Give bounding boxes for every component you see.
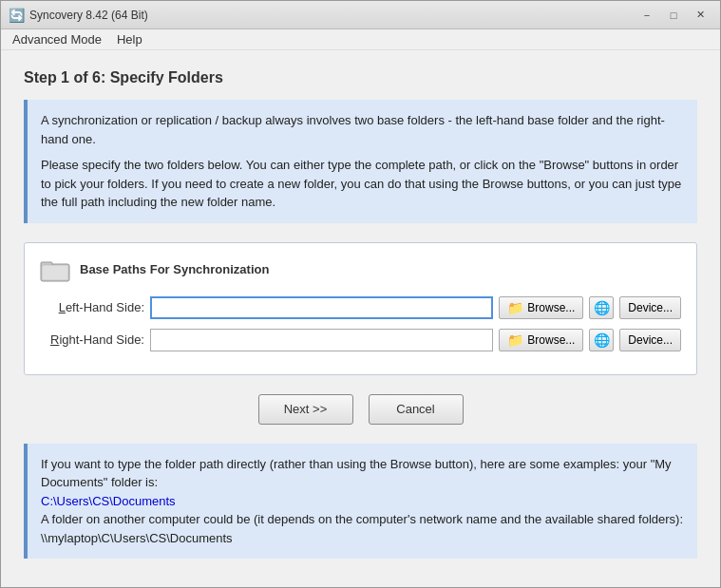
- svg-rect-2: [42, 265, 68, 280]
- right-hand-side-row: Right-Hand Side: 📁 Browse... 🌐 Device...: [40, 329, 681, 351]
- maximize-button[interactable]: □: [661, 6, 686, 25]
- right-browse-button[interactable]: 📁 Browse...: [499, 329, 583, 351]
- application-window: 🔄 Syncovery 8.42 (64 Bit) − □ ✕ Advanced…: [0, 0, 721, 588]
- left-label-underline: L: [59, 300, 66, 314]
- base-paths-title: Base Paths For Synchronization: [80, 262, 269, 276]
- info-text-line2: Please specify the two folders below. Yo…: [41, 156, 684, 212]
- menu-bar: Advanced Mode Help: [1, 29, 720, 50]
- close-button[interactable]: ✕: [688, 6, 712, 25]
- next-button[interactable]: Next >>: [258, 394, 353, 425]
- right-globe-button[interactable]: 🌐: [589, 329, 614, 351]
- window-controls: − □ ✕: [635, 6, 712, 25]
- right-hand-label: Right-Hand Side:: [40, 332, 144, 347]
- buttons-row: Next >> Cancel: [24, 394, 697, 425]
- folder-browse-icon-right: 📁: [507, 332, 523, 348]
- step-title: Step 1 of 6: Specify Folders: [24, 69, 697, 86]
- folder-browse-icon: 📁: [507, 300, 523, 315]
- folder-icon-large: [40, 256, 70, 283]
- base-paths-section: Base Paths For Synchronization Left-Hand…: [24, 242, 697, 375]
- right-browse-label: Browse...: [527, 333, 575, 347]
- bottom-info-line1: If you want to type the folder path dire…: [41, 455, 684, 492]
- right-hand-input[interactable]: [150, 329, 493, 351]
- left-hand-label: Left-Hand Side:: [40, 300, 144, 314]
- left-hand-input[interactable]: [150, 296, 493, 319]
- minimize-button[interactable]: −: [635, 6, 659, 25]
- left-hand-side-row: Left-Hand Side: 📁 Browse... 🌐 Device...: [40, 296, 681, 319]
- info-text-line1: A synchronization or replication / backu…: [41, 111, 684, 148]
- app-icon: 🔄: [9, 8, 24, 23]
- bottom-info-line3: A folder on another computer could be (i…: [41, 510, 684, 547]
- base-paths-header: Base Paths For Synchronization: [40, 256, 681, 283]
- bottom-info-box: If you want to type the folder path dire…: [24, 444, 697, 560]
- left-browse-button[interactable]: 📁 Browse...: [499, 296, 583, 319]
- bottom-info-line2: C:\Users\CS\Documents: [41, 492, 684, 511]
- globe-icon-right: 🌐: [594, 332, 610, 348]
- left-globe-button[interactable]: 🌐: [589, 296, 614, 319]
- info-box: A synchronization or replication / backu…: [24, 100, 697, 223]
- content-area: Step 1 of 6: Specify Folders A synchroni…: [1, 50, 720, 587]
- window-title: Syncovery 8.42 (64 Bit): [29, 9, 635, 22]
- left-device-button[interactable]: Device...: [619, 296, 681, 319]
- globe-icon: 🌐: [594, 300, 610, 315]
- cancel-button[interactable]: Cancel: [369, 394, 464, 425]
- right-device-button[interactable]: Device...: [619, 329, 681, 351]
- title-bar: 🔄 Syncovery 8.42 (64 Bit) − □ ✕: [1, 1, 720, 29]
- left-browse-label: Browse...: [527, 301, 575, 314]
- menu-advanced-mode[interactable]: Advanced Mode: [5, 30, 109, 48]
- menu-help[interactable]: Help: [109, 30, 150, 48]
- right-label-underline: R: [50, 332, 59, 347]
